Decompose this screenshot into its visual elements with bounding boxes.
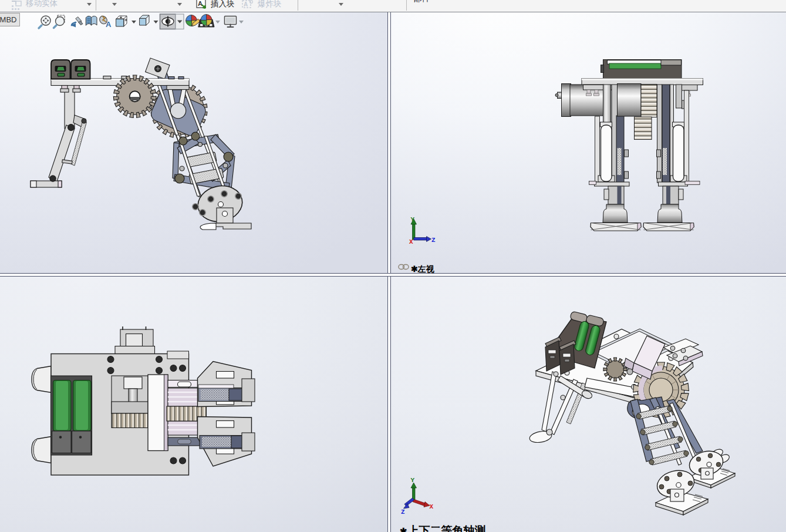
- svg-text:✱左视: ✱左视: [411, 264, 435, 274]
- svg-text:Z: Z: [401, 509, 405, 516]
- svg-text:Z: Z: [431, 237, 436, 244]
- svg-text:X: X: [409, 238, 413, 245]
- svg-text:A: A: [106, 20, 112, 29]
- svg-text:X: X: [430, 503, 434, 510]
- svg-text:✱上下二等角轴测: ✱上下二等角轴测: [400, 524, 486, 532]
- svg-text:Y: Y: [411, 477, 415, 484]
- svg-text:Y: Y: [411, 216, 415, 223]
- svg-text:A: A: [244, 1, 248, 8]
- svg-text:A: A: [198, 0, 203, 7]
